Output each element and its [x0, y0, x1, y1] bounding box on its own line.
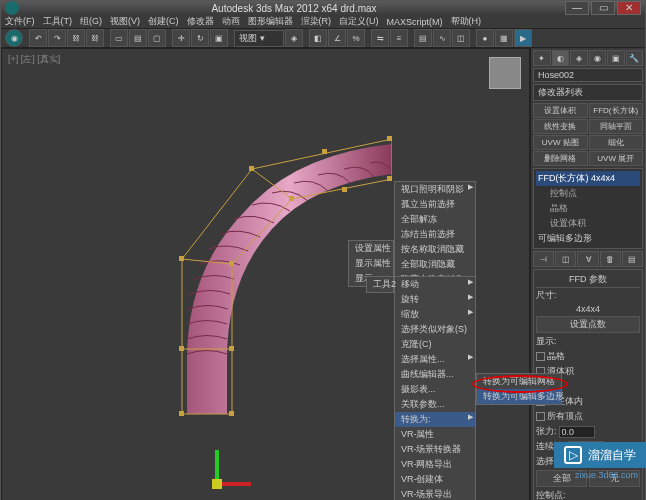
menu-create[interactable]: 创建(C) — [148, 15, 179, 28]
ref-coord-dropdown[interactable]: 视图 ▾ — [234, 30, 284, 47]
stack-sub-setvol[interactable]: 设置体积 — [536, 216, 640, 231]
ctx-wire-params[interactable]: 关联参数... — [395, 397, 475, 412]
percent-snap-button[interactable]: % — [347, 29, 365, 47]
ctx-dope-sheet[interactable]: 摄影表... — [395, 382, 475, 397]
minimize-button[interactable]: — — [565, 1, 589, 15]
ctx-disp-props[interactable]: 显示属性 — [349, 256, 393, 271]
ctx-to-editable-mesh[interactable]: 转换为可编辑网格 — [477, 374, 561, 389]
ctx-clone[interactable]: 克隆(C) — [395, 337, 475, 352]
stack-unique-button[interactable]: ∀ — [577, 251, 598, 267]
mod-btn-2[interactable]: 线性变换 — [533, 119, 588, 134]
curve-editor-button[interactable]: ∿ — [433, 29, 451, 47]
ctx-sel-props[interactable]: 选择属性... — [395, 352, 475, 367]
ctx-vr-mesh-export[interactable]: VR-网格导出 — [395, 457, 475, 472]
tab-display[interactable]: ▣ — [607, 50, 625, 66]
stack-epoly[interactable]: 可编辑多边形 — [536, 231, 640, 246]
ctx-vr-create[interactable]: VR-创建体 — [395, 472, 475, 487]
angle-snap-button[interactable]: ∠ — [328, 29, 346, 47]
align-button[interactable]: ≡ — [390, 29, 408, 47]
mod-btn-4[interactable]: UVW 贴图 — [533, 135, 588, 150]
menu-animation[interactable]: 动画 — [222, 15, 240, 28]
modifier-stack[interactable]: FFD(长方体) 4x4x4 控制点 晶格 设置体积 可编辑多边形 — [533, 168, 643, 249]
menu-tools[interactable]: 工具(T) — [43, 15, 73, 28]
mirror-button[interactable]: ⇋ — [371, 29, 389, 47]
stack-ffd[interactable]: FFD(长方体) 4x4x4 — [536, 171, 640, 186]
select-name-button[interactable]: ▤ — [129, 29, 147, 47]
mod-btn-1[interactable]: FFD(长方体) — [589, 103, 644, 118]
tension-spinner[interactable] — [559, 426, 595, 438]
link-button[interactable]: ⛓ — [67, 29, 85, 47]
menu-render[interactable]: 渲染(R) — [301, 15, 332, 28]
move-gizmo[interactable] — [197, 446, 237, 486]
tab-modify[interactable]: ◐ — [552, 50, 570, 66]
object-name-field[interactable] — [533, 68, 643, 82]
tab-motion[interactable]: ◉ — [589, 50, 607, 66]
ctx-isolate[interactable]: 孤立当前选择 — [395, 197, 475, 212]
ctx-unhide-name[interactable]: 按名称取消隐藏 — [395, 242, 475, 257]
mod-btn-5[interactable]: 细化 — [589, 135, 644, 150]
ctx-convert-to[interactable]: 转换为: — [395, 412, 475, 427]
menu-modifiers[interactable]: 修改器 — [187, 15, 214, 28]
menu-file[interactable]: 文件(F) — [5, 15, 35, 28]
select-button[interactable]: ▭ — [110, 29, 128, 47]
rotate-button[interactable]: ↻ — [191, 29, 209, 47]
ctx-curve-editor[interactable]: 曲线编辑器... — [395, 367, 475, 382]
redo-button[interactable]: ↷ — [48, 29, 66, 47]
viewport-label[interactable]: [+] [左] [真实] — [8, 53, 60, 66]
ctx-select-similar[interactable]: 选择类似对象(S) — [395, 322, 475, 337]
ctx-vr-scene-export[interactable]: VR-场景导出 — [395, 487, 475, 500]
render-setup-button[interactable]: ▦ — [495, 29, 513, 47]
scale-button[interactable]: ▣ — [210, 29, 228, 47]
close-button[interactable]: ✕ — [617, 1, 641, 15]
stack-show-button[interactable]: ◫ — [555, 251, 576, 267]
mod-btn-3[interactable]: 同轴平面 — [589, 119, 644, 134]
viewport[interactable]: [+] [左] [真实] — [1, 48, 530, 500]
layer-button[interactable]: ▤ — [414, 29, 432, 47]
ctx-vr-scene-conv[interactable]: VR-场景转换器 — [395, 442, 475, 457]
snap-button[interactable]: ◧ — [309, 29, 327, 47]
lattice-checkbox[interactable] — [536, 352, 545, 361]
pivot-button[interactable]: ◈ — [285, 29, 303, 47]
ffd-params-header[interactable]: FFD 参数 — [536, 272, 640, 288]
ctx-set-props[interactable]: 设置属性 — [349, 241, 393, 256]
mod-btn-7[interactable]: UVW 展开 — [589, 151, 644, 166]
unlink-button[interactable]: ⛓ — [86, 29, 104, 47]
ctx-move[interactable]: 移动 — [395, 277, 475, 292]
menu-customize[interactable]: 自定义(U) — [339, 15, 379, 28]
app-menu-button[interactable]: ◉ — [5, 29, 23, 47]
ctx-vr-props[interactable]: VR-属性 — [395, 427, 475, 442]
menu-view[interactable]: 视图(V) — [110, 15, 140, 28]
menu-help[interactable]: 帮助(H) — [451, 15, 482, 28]
stack-config-button[interactable]: ▤ — [622, 251, 643, 267]
move-button[interactable]: ✛ — [172, 29, 190, 47]
maximize-button[interactable]: ▭ — [591, 1, 615, 15]
view-cube[interactable] — [489, 57, 521, 89]
tab-create[interactable]: ✦ — [533, 50, 551, 66]
stack-remove-button[interactable]: 🗑 — [600, 251, 621, 267]
gizmo-origin[interactable] — [212, 479, 222, 489]
mod-btn-0[interactable]: 设置体积 — [533, 103, 588, 118]
undo-button[interactable]: ↶ — [29, 29, 47, 47]
stack-pin-button[interactable]: ⊣ — [533, 251, 554, 267]
ctx-scale[interactable]: 缩放 — [395, 307, 475, 322]
ctx-unfreeze-all[interactable]: 全部解冻 — [395, 212, 475, 227]
stack-sub-cp[interactable]: 控制点 — [536, 186, 640, 201]
tab-hierarchy[interactable]: ◈ — [570, 50, 588, 66]
ctx-to-editable-poly[interactable]: 转换为可编辑多边形 — [477, 389, 561, 404]
mod-btn-6[interactable]: 删除网格 — [533, 151, 588, 166]
select-region-button[interactable]: ▢ — [148, 29, 166, 47]
ctx-viewport-lighting[interactable]: 视口照明和阴影 — [395, 182, 475, 197]
modifier-list-dropdown[interactable]: 修改器列表 — [533, 84, 643, 101]
ctx-freeze-sel[interactable]: 冻结当前选择 — [395, 227, 475, 242]
menu-maxscript[interactable]: MAXScript(M) — [387, 17, 443, 27]
menu-graph[interactable]: 图形编辑器 — [248, 15, 293, 28]
tab-utilities[interactable]: 🔧 — [626, 50, 644, 66]
ctx-rotate[interactable]: 旋转 — [395, 292, 475, 307]
ffd-set-points-button[interactable]: 设置点数 — [536, 316, 640, 333]
schematic-button[interactable]: ◫ — [452, 29, 470, 47]
stack-sub-lattice[interactable]: 晶格 — [536, 201, 640, 216]
render-button[interactable]: ▶ — [514, 29, 532, 47]
menu-group[interactable]: 组(G) — [80, 15, 102, 28]
material-button[interactable]: ● — [476, 29, 494, 47]
all-verts-radio[interactable] — [536, 412, 545, 421]
